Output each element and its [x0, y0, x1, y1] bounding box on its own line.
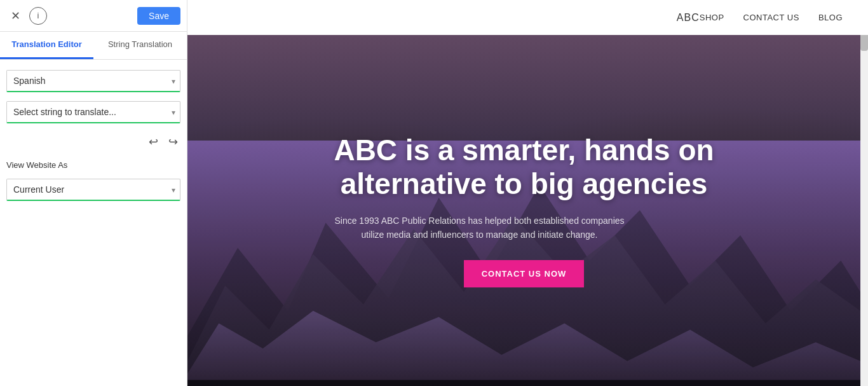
hero-title: ABC is a smarter, hands on alternative t… — [334, 134, 715, 201]
hero-subtitle: Since 1993 ABC Public Relations has help… — [334, 214, 626, 242]
undo-redo-bar: ↩ ↪ — [6, 134, 180, 150]
info-icon: i — [37, 11, 39, 20]
view-as-section: View Website As Current User Guest Admin… — [0, 160, 187, 201]
left-panel: ✕ i Save Translation Editor String Trans… — [0, 0, 187, 386]
save-button[interactable]: Save — [137, 7, 180, 25]
language-select-wrapper: Spanish French German Portuguese Italian… — [6, 70, 180, 92]
view-as-label: View Website As — [6, 160, 180, 170]
hero-section: ABC is a smarter, hands on alternative t… — [187, 35, 860, 386]
nav-contact[interactable]: CONTACT US — [743, 13, 799, 22]
string-select-wrapper: Select string to translate... ▾ — [6, 101, 180, 123]
view-as-select[interactable]: Current User Guest Administrator — [6, 179, 180, 201]
nav-shop[interactable]: SHOP — [700, 13, 724, 22]
tab-translation-editor[interactable]: Translation Editor — [0, 32, 93, 59]
panel-content: Spanish French German Portuguese Italian… — [0, 60, 187, 160]
top-bar: ✕ i Save — [0, 0, 187, 32]
redo-button[interactable]: ↪ — [166, 134, 180, 150]
scrollbar[interactable] — [860, 0, 868, 386]
right-panel: ABC SHOP CONTACT US BLOG — [187, 0, 868, 386]
hero-cta-button[interactable]: CONTACT US NOW — [464, 260, 585, 287]
close-icon: ✕ — [11, 9, 20, 23]
site-logo: ABC — [677, 12, 700, 24]
string-select[interactable]: Select string to translate... — [6, 101, 180, 123]
view-as-select-wrapper: Current User Guest Administrator ▾ — [6, 179, 180, 201]
hero-content: ABC is a smarter, hands on alternative t… — [334, 134, 715, 287]
language-select[interactable]: Spanish French German Portuguese Italian — [6, 70, 180, 92]
undo-button[interactable]: ↩ — [146, 134, 161, 150]
website-header: ABC SHOP CONTACT US BLOG — [187, 0, 868, 35]
tab-string-translation[interactable]: String Translation — [93, 32, 187, 59]
nav-links: SHOP CONTACT US BLOG — [700, 13, 843, 22]
svg-rect-4 — [187, 380, 860, 386]
nav-blog[interactable]: BLOG — [818, 13, 843, 22]
info-button[interactable]: i — [29, 7, 47, 25]
tab-bar: Translation Editor String Translation — [0, 32, 187, 60]
close-button[interactable]: ✕ — [6, 7, 24, 25]
